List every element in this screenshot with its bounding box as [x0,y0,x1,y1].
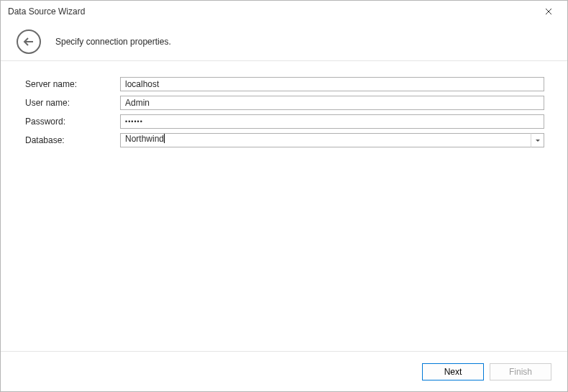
close-icon [545,8,552,15]
chevron-down-icon [536,140,540,142]
password-label: Password: [25,117,120,127]
text-cursor [164,134,165,143]
database-combobox[interactable]: Northwind [120,133,544,147]
back-button[interactable] [17,29,41,54]
next-button[interactable]: Next [422,363,484,380]
finish-button: Finish [490,363,551,380]
password-row: Password: •••••• [25,114,544,129]
database-input[interactable]: Northwind [120,133,531,147]
wizard-header: Specify connection properties. [1,22,567,61]
wizard-footer: Next Finish [1,351,567,391]
server-name-row: Server name: [25,77,544,91]
form-area: Server name: User name: Password: ••••••… [1,65,567,147]
user-name-input[interactable] [120,96,544,110]
window-title: Data Source Wizard [8,6,85,17]
database-dropdown-button[interactable] [531,133,544,147]
database-label: Database: [25,135,120,145]
user-name-label: User name: [25,98,120,108]
title-bar: Data Source Wizard [1,1,567,22]
close-button[interactable] [536,1,562,22]
server-name-input[interactable] [120,77,544,91]
password-input[interactable]: •••••• [120,114,544,129]
arrow-left-icon [23,37,35,47]
user-name-row: User name: [25,96,544,110]
wizard-subtitle: Specify connection properties. [55,37,171,47]
server-name-label: Server name: [25,79,120,89]
database-row: Database: Northwind [25,133,544,147]
